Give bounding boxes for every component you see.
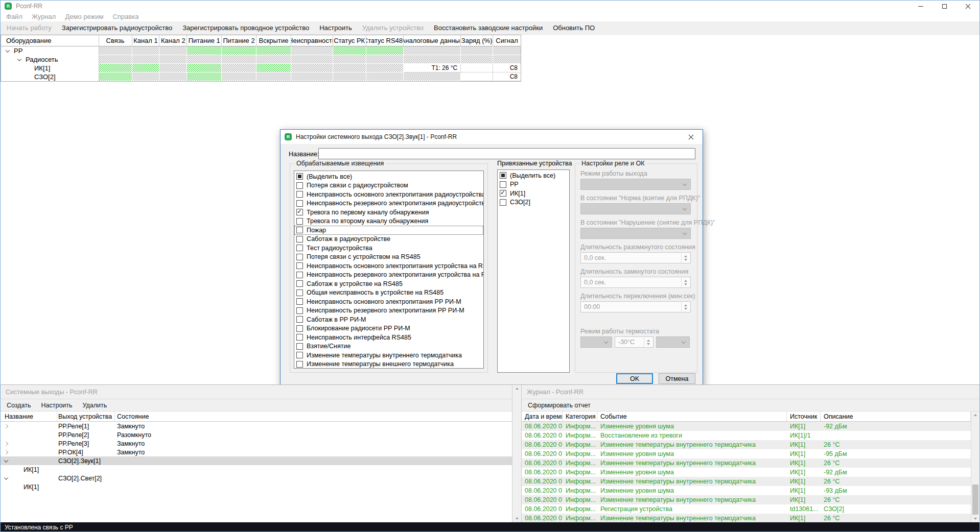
notification-option[interactable]: Изменение температуры внутреннего термод… [294, 351, 483, 360]
output-row[interactable]: РР.Реле[3]Замкнуто [1, 439, 512, 448]
notification-option[interactable]: Потеря связи с устройством на RS485 [294, 253, 483, 262]
outputs-scrollbar[interactable] [512, 384, 521, 522]
scroll-up-icon[interactable] [971, 414, 979, 416]
chevron-down-icon[interactable] [17, 57, 21, 61]
output-row[interactable]: РР.ОК[4]Замкнуто [1, 448, 512, 456]
toolbar-item[interactable]: Обновить ПО [548, 24, 600, 32]
checkbox-unchecked-icon[interactable] [296, 361, 303, 368]
checkbox-unchecked-icon[interactable] [296, 298, 303, 305]
journal-row[interactable]: 08.06.2020 07...Информ...Изменение уровн… [522, 422, 971, 431]
device-option[interactable]: СЗО[2] [498, 198, 569, 207]
output-row[interactable]: СЗО[2].Звук[1] [1, 456, 512, 465]
notification-option[interactable]: Саботаж в устройстве на RS485 [294, 279, 483, 288]
minimize-button[interactable] [909, 1, 932, 12]
menubar-item[interactable]: Журнал [27, 13, 60, 20]
notification-option[interactable]: Неисправность основного электропитания у… [294, 261, 483, 271]
maximize-button[interactable] [932, 1, 956, 12]
notification-option[interactable]: Неисправность резервного электропитания … [294, 271, 483, 280]
ok-button[interactable]: OK [616, 373, 653, 384]
journal-row[interactable]: 08.06.2020 07...Информ...Восстановление … [522, 431, 971, 440]
notification-option[interactable]: Неисправность основного электропитания р… [294, 190, 483, 199]
journal-row[interactable]: 08.06.2020 07...Информ...Изменение темпе… [522, 440, 971, 449]
checkbox-unchecked-icon[interactable] [296, 316, 303, 323]
checkbox-unchecked-icon[interactable] [296, 182, 303, 189]
checkbox-unchecked-icon[interactable] [500, 181, 506, 188]
checkbox-unchecked-icon[interactable] [296, 280, 303, 287]
scroll-down-icon[interactable] [971, 518, 979, 520]
notification-option[interactable]: Общая неисправность в устройстве на RS48… [294, 288, 483, 298]
toolbar-item[interactable]: Зарегистрировать радиоустройство [57, 24, 177, 32]
checkbox-unchecked-icon[interactable] [296, 343, 303, 350]
checkbox-unchecked-icon[interactable] [296, 191, 303, 198]
checkbox-unchecked-icon[interactable] [500, 199, 506, 206]
checkbox-unchecked-icon[interactable] [296, 236, 303, 243]
device-option[interactable]: ИК[1] [498, 189, 569, 198]
chevron-down-icon[interactable] [4, 458, 8, 462]
cancel-button[interactable]: Отмена [659, 373, 695, 384]
checkbox-unchecked-icon[interactable] [296, 218, 303, 225]
toolbar-item[interactable]: Настроить [314, 24, 357, 32]
notification-option[interactable]: Саботаж в РР РИ-М [294, 315, 483, 324]
toolbar-item[interactable]: Зарегистрировать проводное устройство [177, 24, 314, 32]
journal-scrollbar[interactable] [971, 412, 979, 522]
menubar-item[interactable]: Файл [2, 13, 27, 20]
chevron-right-icon[interactable] [4, 450, 8, 454]
notification-option[interactable]: Саботаж в радиоустройстве [294, 235, 483, 244]
menubar-item[interactable]: Демо режим [60, 13, 108, 20]
checkbox-unchecked-icon[interactable] [296, 262, 303, 269]
checkbox-unchecked-icon[interactable] [296, 254, 303, 260]
journal-row[interactable]: 08.06.2020 07...Информ...Регистрация уст… [522, 504, 971, 514]
journal-row[interactable]: 08.06.2020 07...Информ...Изменение темпе… [522, 495, 971, 504]
notification-option[interactable]: Блокирование радиосети РР РИ-М [294, 324, 483, 333]
checkbox-indeterminate-icon[interactable] [296, 173, 303, 180]
notification-option[interactable]: Неисправность резервного электропитания … [294, 199, 483, 208]
outputs-menu-item[interactable]: Создать [2, 402, 36, 409]
journal-row[interactable]: 08.06.2020 07...Информ...Изменение уровн… [522, 449, 971, 458]
scroll-down-icon[interactable] [512, 518, 521, 520]
notification-option[interactable]: Пожар [294, 226, 483, 235]
checkbox-checked-icon[interactable] [296, 209, 303, 215]
notification-option[interactable]: Тест радиоустройства [294, 244, 483, 253]
name-input[interactable] [318, 148, 695, 159]
journal-row[interactable]: 08.06.2020 07...Информ...Изменение темпе… [522, 458, 971, 468]
device-row[interactable]: ИК[1]T1: 26 °CC8 [1, 64, 521, 72]
notification-option[interactable]: Потеря связи с радиоустройством [294, 181, 483, 190]
notification-option[interactable]: Тревога по первому каналу обнаружения [294, 208, 483, 217]
chevron-right-icon[interactable] [4, 424, 8, 428]
dialog-close-button[interactable] [680, 130, 703, 144]
checkbox-unchecked-icon[interactable] [296, 272, 303, 278]
menubar-item[interactable]: Справка [108, 13, 143, 20]
journal-menu-item[interactable]: Сформировать отчет [523, 402, 596, 409]
checkbox-unchecked-icon[interactable] [296, 334, 303, 341]
output-row[interactable]: ИК[1] [1, 465, 512, 474]
checkbox-unchecked-icon[interactable] [296, 289, 303, 296]
checkbox-unchecked-icon[interactable] [296, 307, 303, 314]
journal-row[interactable]: 08.06.2020 07...Информ...Изменение уровн… [522, 486, 971, 495]
scrollbar-thumb[interactable] [972, 485, 978, 515]
journal-row[interactable]: 08.06.2020 07...Информ...Изменение темпе… [522, 477, 971, 486]
checkbox-unchecked-icon[interactable] [296, 200, 303, 207]
checkbox-unchecked-icon[interactable] [296, 325, 303, 332]
outputs-menu-item[interactable]: Настроить [36, 402, 78, 409]
output-row[interactable]: СЗО[2].Свет[2] [1, 474, 512, 482]
checkbox-unchecked-icon[interactable] [296, 227, 303, 233]
output-row[interactable]: ИК[1] [1, 482, 512, 491]
notification-option[interactable]: Изменение температуры внешнего термодатч… [294, 360, 483, 369]
notification-option[interactable]: Взятие/Снятие [294, 342, 483, 351]
device-option[interactable]: (Выделить все) [498, 171, 569, 180]
outputs-menu-item[interactable]: Удалить [78, 402, 112, 409]
notification-option[interactable]: (Выделить все) [294, 172, 483, 181]
notification-option[interactable]: Неисправность интерфейса RS485 [294, 333, 483, 342]
device-row[interactable]: РР [1, 46, 521, 55]
chevron-right-icon[interactable] [4, 441, 8, 445]
close-button[interactable] [956, 1, 979, 12]
checkbox-unchecked-icon[interactable] [296, 352, 303, 358]
journal-row[interactable]: 08.06.2020 07...Информ...Изменение уровн… [522, 468, 971, 477]
device-option[interactable]: РР [498, 180, 569, 189]
checkbox-checked-icon[interactable] [500, 190, 506, 197]
chevron-down-icon[interactable] [4, 475, 8, 479]
notification-option[interactable]: Неисправность основного электропитания Р… [294, 297, 483, 306]
device-row[interactable]: СЗО[2]C8 [1, 72, 521, 81]
notification-option[interactable]: Неисправность резервного электропитания … [294, 306, 483, 316]
notification-option[interactable]: Тревога по второму каналу обнаружения [294, 217, 483, 226]
